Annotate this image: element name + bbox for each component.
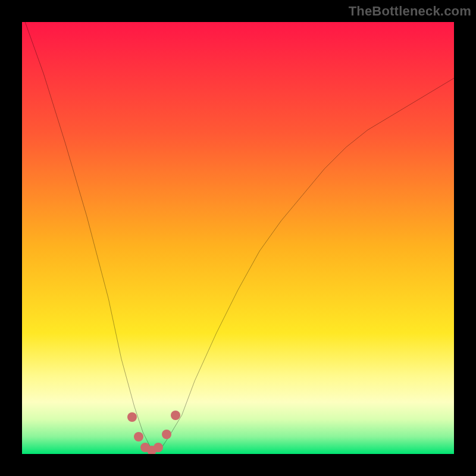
watermark-text: TheBottleneck.com [349,4,471,19]
marker-dot [162,430,171,439]
marker-dot [127,412,137,422]
curve-markers [22,22,454,454]
marker-dot [171,411,180,420]
marker-dot [154,443,163,452]
marker-dot [134,432,143,441]
plot-area [22,22,454,454]
chart-frame: TheBottleneck.com [0,0,476,476]
